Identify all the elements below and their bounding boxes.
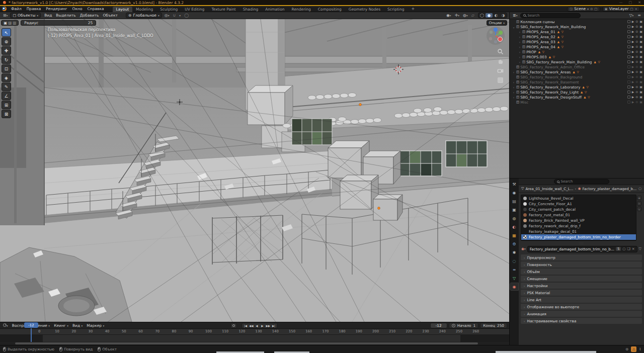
breadcrumb-material[interactable]: Factory_plaster_damaged_bottom_trim_no_b… (583, 187, 637, 191)
object-visibility-dropdown[interactable]: ◉▾ (445, 13, 452, 18)
end-frame-field[interactable]: Конец 250 (480, 323, 507, 328)
selectable-icon[interactable]: ▶ (632, 101, 634, 104)
outliner-row[interactable]: › ◫ SBG_Factory_Rework_Laboratory ▲ ▽ ▶ … (510, 84, 644, 90)
render-camera-icon[interactable]: ▣ (639, 55, 642, 58)
hide-eye-icon[interactable]: ⊙ (635, 30, 638, 33)
cursor[interactable]: ⊕ (2, 37, 11, 46)
material-slot[interactable]: Lighthouse_Bevel_Decal (521, 196, 636, 201)
material-slot[interactable]: Factory_plaster_damaged_bottom_trim_no_b… (521, 234, 636, 240)
exclude-checkbox[interactable] (627, 65, 630, 68)
item-label[interactable]: Misc (520, 100, 528, 105)
exclude-checkbox[interactable] (627, 101, 630, 104)
render-camera-icon[interactable]: ▣ (639, 80, 642, 83)
chevron-icon[interactable]: › (518, 30, 521, 34)
add-cube[interactable]: ⊞ (2, 101, 11, 109)
unlink-icon[interactable]: × (632, 247, 635, 251)
exclude-checkbox[interactable] (627, 85, 630, 89)
outliner-row[interactable]: ◫ SBG_Factory_Rework_Admin_Office ▲ ▽ ▶ … (510, 64, 644, 69)
material-slot[interactable]: Factory_rust_metal_01 (521, 212, 636, 218)
hide-eye-icon[interactable]: ⊙ (635, 91, 638, 94)
orientation-dropdown[interactable]: ⊕ Глобальное▾ (126, 13, 162, 18)
selectable-icon[interactable]: ▶ (632, 50, 634, 53)
exclude-checkbox[interactable] (627, 96, 630, 99)
exclude-checkbox[interactable] (627, 20, 630, 23)
material-slot-name[interactable]: Factory_Brick_Painted_wall_VP (529, 218, 585, 223)
object[interactable]: ▦ (510, 232, 518, 239)
fake-user-shield-icon[interactable]: ○ (622, 247, 625, 251)
particles[interactable]: ✱ (510, 249, 518, 256)
select-set-icon[interactable]: ▣ (4, 21, 7, 25)
material-slot-name[interactable]: Factory_plaster_damaged_bottom_trim_no_b… (529, 235, 621, 239)
exclude-checkbox[interactable] (627, 80, 630, 83)
item-label[interactable]: PROPS_Area_02 (526, 35, 555, 39)
add-mesh[interactable]: ⊠ (2, 110, 11, 118)
item-label[interactable]: SBG_Factory_Rework_Areas (520, 70, 571, 74)
render-camera-icon[interactable]: ▣ (639, 60, 642, 63)
viewport-menu-item[interactable]: Выделить (54, 13, 77, 18)
mode-dropdown[interactable]: □ Объекты▾ (10, 13, 41, 18)
outliner-row[interactable]: ⌄ ◫ SBG_Factory_Rework_Main_Building ▲ ▽… (510, 24, 644, 29)
material-slot-name[interactable]: Factory_rust_metal_01 (529, 213, 570, 217)
exclude-checkbox[interactable] (627, 60, 630, 63)
proportional-editing-icon[interactable]: ◯ (183, 13, 190, 18)
topbar-menu-item[interactable]: Правка (24, 7, 44, 11)
material-slot[interactable]: City_Concrete_Floor_A1 (521, 201, 636, 207)
panel-header[interactable]: › Анимация (521, 311, 642, 317)
material-slot-name[interactable]: City_Concrete_Floor_A1 (529, 202, 572, 206)
workspace-tab[interactable]: Layout (113, 7, 133, 12)
material-slot-name[interactable]: Factory_rework_decal_drip_f (529, 224, 581, 228)
playhead-line[interactable] (31, 328, 32, 342)
options-icon[interactable]: ≡ (636, 13, 642, 18)
outliner-row[interactable]: › ◫ PROPS.003 ▲ ▽ ▶ ⊙ ▣ (510, 54, 644, 59)
item-label[interactable]: SBG_Factory_Rework_Background (520, 75, 582, 79)
timeline-menu-item[interactable]: Вид ▾ (70, 323, 85, 328)
exclude-checkbox[interactable] (627, 30, 630, 33)
timeline-editor[interactable]: ▾ Воспроизведение ▾Кеинг ▾Вид ▾Маркер ▾ … (0, 322, 509, 345)
render[interactable]: ◉ (510, 189, 518, 196)
hide-eye-icon[interactable]: ⊙ (635, 60, 638, 63)
outliner-row[interactable]: › ◫ SBG_Factory_Rework_Day_Light ▲ ▽ ▶ ⊙… (510, 90, 644, 95)
selectable-icon[interactable]: ▶ (632, 65, 634, 68)
viewport-menu-item[interactable]: Добавить (78, 13, 101, 18)
workspace-tab[interactable]: Compositing (314, 7, 345, 12)
ortho-grid-icon[interactable] (497, 77, 504, 83)
render-camera-icon[interactable]: ▣ (639, 45, 642, 48)
hide-eye-icon[interactable]: ⊙ (635, 40, 638, 43)
users-count-badge[interactable]: 5 (616, 247, 621, 251)
material-slot-name[interactable]: Factory_leakage_decal_01 (529, 229, 577, 234)
exclude-checkbox[interactable] (627, 35, 630, 38)
topbar-menu-item[interactable]: Справка (85, 7, 107, 11)
gizmos-dropdown[interactable]: ✛▾ (454, 13, 460, 18)
selectable-icon[interactable]: ▶ (632, 96, 634, 99)
material-slot[interactable]: Factory_Brick_Painted_wall_VP (521, 218, 636, 223)
annotate[interactable]: ✎ (2, 82, 11, 91)
shading-mode-button[interactable]: ● (486, 13, 493, 18)
panel-header[interactable]: › Line Art (521, 297, 642, 303)
item-label[interactable]: PROP (526, 50, 536, 54)
view-layer[interactable]: ▣ (510, 206, 518, 213)
add-slot-button[interactable]: + (637, 196, 641, 200)
viewlayer-selector[interactable]: ▣ ViewLayer ▢ × (602, 7, 640, 12)
item-label[interactable]: SBG_Factory_Rework_Main_Building (520, 25, 586, 29)
outliner-row[interactable]: ◫ Misc ▲ ▽ ▶ ⊙ ▣ (510, 100, 644, 105)
render-camera-icon[interactable]: ▣ (639, 50, 642, 53)
hide-eye-icon[interactable]: ⊙ (635, 35, 638, 38)
render-camera-icon[interactable]: ▣ (639, 101, 642, 104)
outliner-row[interactable]: ◫ SBG_Factory_Rework_Background ▲ ▽ ▶ ⊙ … (510, 74, 644, 79)
timeline-menu-item[interactable]: Кеинг ▾ (52, 323, 70, 328)
material-name-field[interactable]: Factory_plaster_damaged_bottom_trim_no_b… (527, 246, 637, 252)
chevron-icon[interactable]: › (518, 35, 521, 39)
selectable-icon[interactable]: ▶ (632, 85, 634, 89)
chevron-icon[interactable]: › (518, 40, 521, 44)
physics[interactable]: ◌ (510, 257, 518, 264)
selectable-icon[interactable]: ▶ (632, 75, 634, 78)
new-viewlayer-icon[interactable]: ▢ (630, 7, 633, 11)
material-slot[interactable]: Factory_rework_decal_drip_f (521, 223, 636, 229)
exclude-checkbox[interactable] (627, 55, 630, 58)
render-camera-icon[interactable]: ▣ (639, 65, 642, 68)
xray-toggle-icon[interactable]: ▱ (470, 13, 475, 18)
add-workspace-button[interactable]: + (409, 7, 417, 11)
outliner-row[interactable]: › ◫ PROPS_Area_01 ▲ ▽ ▶ ⊙ ▣ (510, 29, 644, 34)
remove-viewlayer-icon[interactable]: × (635, 7, 637, 11)
item-label[interactable]: SBG_Factory_Rework_Day_Light (520, 90, 579, 95)
